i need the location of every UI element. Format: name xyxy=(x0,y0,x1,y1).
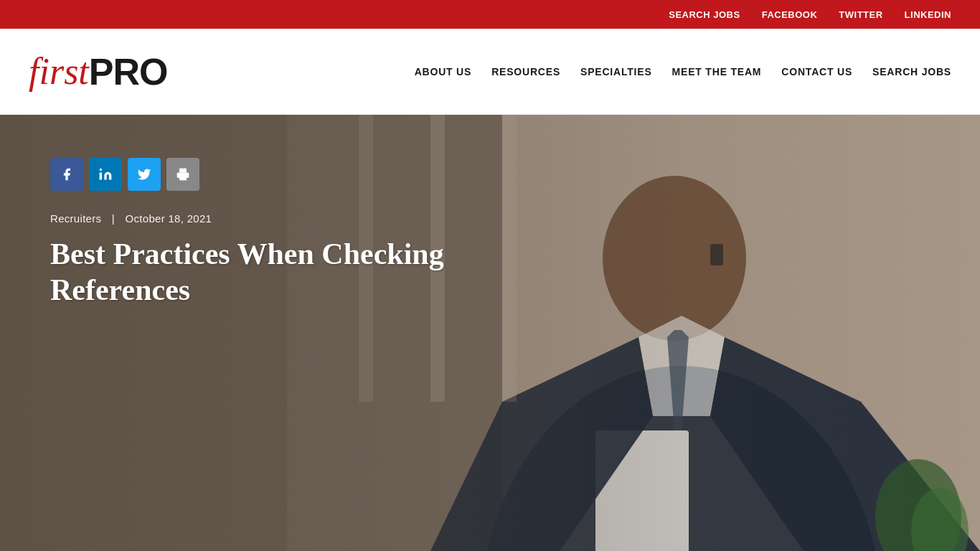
hero-separator: | xyxy=(112,212,115,225)
top-bar: SEARCH JOBS FACEBOOK TWITTER LINKEDIN xyxy=(0,0,980,29)
svg-point-16 xyxy=(100,169,102,171)
hero-section: Recruiters | October 18, 2021 Best Pract… xyxy=(0,115,980,551)
nav-about-us[interactable]: ABOUT US xyxy=(415,66,472,77)
logo-first: first xyxy=(29,53,89,90)
topbar-facebook-link[interactable]: FACEBOOK xyxy=(762,9,818,20)
print-button[interactable] xyxy=(166,158,199,191)
topbar-twitter-link[interactable]: TWITTER xyxy=(839,9,882,20)
svg-rect-17 xyxy=(179,176,187,181)
hero-meta: Recruiters | October 18, 2021 xyxy=(50,212,488,225)
nav-resources[interactable]: RESOURCES xyxy=(491,66,560,77)
nav-specialties[interactable]: SPECIALTIES xyxy=(580,66,652,77)
share-twitter-button[interactable] xyxy=(128,158,161,191)
share-facebook-button[interactable] xyxy=(50,158,83,191)
nav-search-jobs[interactable]: SEARCH JOBS xyxy=(872,66,951,77)
nav-meet-the-team[interactable]: MEET THE TEAM xyxy=(672,66,762,77)
hero-date: October 18, 2021 xyxy=(126,212,212,225)
nav-contact-us[interactable]: CONTACT US xyxy=(781,66,852,77)
logo-pro: PRO xyxy=(89,50,168,93)
print-icon xyxy=(176,167,190,182)
share-linkedin-button[interactable] xyxy=(89,158,122,191)
twitter-icon xyxy=(137,167,151,182)
header: firstPRO ABOUT US RESOURCES SPECIALTIES … xyxy=(0,29,980,115)
hero-title: Best Practices When Checking References xyxy=(50,236,488,309)
facebook-icon xyxy=(60,167,74,182)
hero-category: Recruiters xyxy=(50,212,101,225)
topbar-linkedin-link[interactable]: LINKEDIN xyxy=(905,9,951,20)
logo[interactable]: firstPRO xyxy=(29,50,168,93)
main-nav: ABOUT US RESOURCES SPECIALTIES MEET THE … xyxy=(415,66,951,77)
share-buttons xyxy=(50,158,488,191)
linkedin-icon xyxy=(98,167,113,182)
topbar-search-jobs-link[interactable]: SEARCH JOBS xyxy=(669,9,740,20)
hero-content: Recruiters | October 18, 2021 Best Pract… xyxy=(0,115,538,352)
